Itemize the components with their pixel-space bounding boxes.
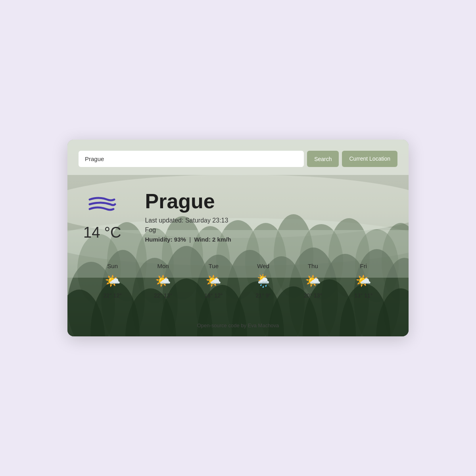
day-label: Fri [360,263,367,269]
day-label: Thu [308,263,318,269]
top-section: Prague Search Current Location [67,140,409,175]
day-weather-icon: 🌤️ [155,273,171,289]
current-weather: 14 °C Prague Last updated: Saturday 23:1… [83,191,393,243]
forecast-day: Sun🌤️22° 12° [104,263,122,299]
wind-icon [86,192,118,218]
forecast-day: Thu🌤️20° 13° [304,263,322,299]
humidity-value: 93% [174,236,186,243]
day-weather-icon: 🌦️ [255,273,272,289]
city-name: Prague [145,191,231,211]
humidity-label: Humidity: [145,236,172,243]
day-label: Wed [257,263,269,269]
weather-left: 14 °C [83,192,121,241]
condition: Fog [145,226,231,234]
day-weather-icon: 🌤️ [205,273,222,289]
wind-label: Wind: [194,236,211,243]
day-temps: 20° 13° [304,292,322,299]
day-weather-icon: 🌤️ [305,273,321,289]
humidity-wind: Humidity: 93% | Wind: 2 km/h [145,236,231,243]
day-temps: 13° 11° [354,292,372,299]
search-button[interactable]: Search [307,151,339,167]
forecast-day: Fri🌤️13° 11° [354,263,372,299]
day-temps: 18° 12° [204,292,223,299]
temperature: 14 °C [83,224,121,241]
day-temps: 22° 13° [154,292,172,299]
day-weather-icon: 🌤️ [355,273,372,289]
app-container: Prague Search Current Location [67,140,409,336]
search-row: Prague Search Current Location [79,151,397,167]
day-weather-icon: 🌤️ [104,273,121,289]
day-temps: 21° 9° [255,292,271,299]
day-label: Mon [157,263,169,269]
last-updated: Last updated: Saturday 23:13 [145,217,231,224]
weather-right: Prague Last updated: Saturday 23:13 Fog … [145,191,231,243]
day-temps: 22° 12° [104,292,122,299]
wind-value: 2 km/h [212,236,231,243]
forecast-row: Sun🌤️22° 12°Mon🌤️22° 13°Tue🌤️18° 12°Wed🌦… [83,263,393,299]
day-label: Tue [209,263,219,269]
search-input[interactable]: Prague [79,151,304,167]
forecast-day: Wed🌦️21° 9° [255,263,272,299]
current-location-button[interactable]: Current Location [342,151,397,167]
forecast-day: Mon🌤️22° 13° [154,263,172,299]
footer-text: Open-source code by Eva Machova [67,319,409,336]
forecast-day: Tue🌤️18° 12° [204,263,223,299]
main-content: 14 °C Prague Last updated: Saturday 23:1… [67,175,409,319]
day-label: Sun [107,263,118,269]
